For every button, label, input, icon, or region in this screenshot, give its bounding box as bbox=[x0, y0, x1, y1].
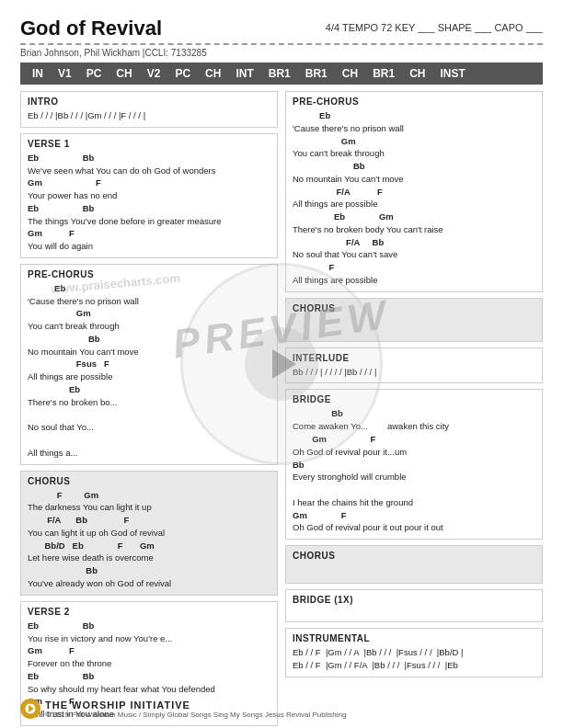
verse1-section: VERSE 1 Eb Bb We've seen what You can do… bbox=[20, 133, 278, 258]
pc-l6: No mountain You can't move bbox=[28, 346, 270, 358]
ch-l4: You can light it up oh God of revival bbox=[28, 527, 270, 540]
v2-l2: You rise in victory and now You're e... bbox=[28, 632, 270, 645]
interlude-title: INTERLUDE bbox=[293, 353, 535, 363]
chorus3-title: CHORUS bbox=[293, 551, 535, 561]
chorus-right-title: CHORUS bbox=[293, 303, 535, 313]
pc-l4: You can't break through bbox=[28, 320, 270, 333]
nav-item-pc1[interactable]: PC bbox=[79, 65, 109, 82]
pre-chorus-left-section: PRE-CHORUS Eb 'Cause there's no prison w… bbox=[20, 264, 278, 465]
chorus-left-title: CHORUS bbox=[28, 476, 270, 486]
worship-initiative-icon bbox=[20, 699, 40, 719]
pcr-l6: No mountain You can't move bbox=[293, 173, 535, 186]
pcr-l7: F/A F bbox=[293, 186, 535, 199]
v1-line2: We've seen what You can do oh God of won… bbox=[28, 165, 270, 177]
pc-l9: Eb bbox=[28, 383, 270, 396]
footer-logo: THE WORSHIP INITIATIVE © 2019 Phil Wickh… bbox=[20, 699, 346, 719]
pcr-l14: All things are possible bbox=[293, 274, 535, 287]
intro-content: Eb / / / |Bb / / / |Gm / / / |F / / / | bbox=[28, 109, 270, 122]
nav-item-ch3[interactable]: CH bbox=[335, 65, 365, 82]
inst-l2: Eb / / F |Gm / / F/A |Bb / / / |Fsus / /… bbox=[293, 659, 535, 672]
verse1-content: Eb Bb We've seen what You can do oh God … bbox=[28, 152, 270, 253]
pcr-l13: F bbox=[293, 261, 535, 274]
ch-l2: The darkness You can light it up bbox=[28, 501, 270, 514]
ch-l5: Bb/D Eb F Gm bbox=[28, 540, 270, 552]
pcr-l2: 'Cause there's no prison wall bbox=[293, 122, 535, 135]
chorus-right-section: CHORUS bbox=[285, 298, 543, 342]
intro-section: INTRO Eb / / / |Bb / / / |Gm / / / |F / … bbox=[20, 91, 278, 128]
pc-l1: Eb bbox=[28, 282, 270, 295]
copyright-text: © 2019 Phil Wickham Music / Simply Globa… bbox=[45, 711, 346, 719]
pc-l7: Fsus F bbox=[28, 358, 270, 370]
inst-l1: Eb / / F |Gm / / A |Bb / / / |Fsus / / /… bbox=[293, 646, 535, 659]
nav-item-br1b[interactable]: BR1 bbox=[298, 65, 335, 82]
v2-l3: Gm F bbox=[28, 644, 270, 657]
bridge-content: Bb Come awaken Yo... awaken this city Gm… bbox=[293, 407, 535, 534]
v1-line8: You will do again bbox=[28, 240, 270, 253]
v1-line7: Gm F bbox=[28, 227, 270, 240]
nav-item-br1c[interactable]: BR1 bbox=[365, 65, 402, 82]
chorus-right-content bbox=[293, 316, 535, 336]
ch-l8: You've already won oh God of revival bbox=[28, 577, 270, 590]
bridge2-section: BRIDGE (1X) bbox=[285, 589, 543, 622]
ch-l1: F Gm bbox=[28, 489, 270, 502]
nav-item-br1a[interactable]: BR1 bbox=[261, 65, 298, 82]
br-l1: Bb bbox=[293, 407, 535, 420]
chorus-left-content: F Gm The darkness You can light it up F/… bbox=[28, 489, 270, 590]
pc-l10: There's no broken bo... bbox=[28, 396, 270, 409]
credits: Brian Johnson, Phil Wickham |CCLI: 71332… bbox=[20, 48, 543, 58]
interlude-content: Bb / / / | / / / / |Bb / / / | bbox=[293, 366, 535, 379]
instrumental-content: Eb / / F |Gm / / A |Bb / / / |Fsus / / /… bbox=[293, 646, 535, 672]
nav-item-int[interactable]: INT bbox=[228, 65, 260, 82]
nav-item-pc2[interactable]: PC bbox=[167, 65, 198, 82]
v1-line3: Gm F bbox=[28, 176, 270, 189]
verse2-title: VERSE 2 bbox=[28, 607, 270, 617]
br-l7 bbox=[293, 483, 535, 496]
br-l9: Gm F bbox=[293, 509, 535, 522]
intro-title: INTRO bbox=[28, 97, 270, 107]
chorus3-content bbox=[293, 563, 535, 578]
title-row: God of Revival 4/4 TEMPO 72 KEY ___ SHAP… bbox=[20, 17, 543, 40]
nav-item-v2[interactable]: V2 bbox=[140, 65, 168, 82]
pc-l8: All things are possible bbox=[28, 370, 270, 383]
right-column: PRE-CHORUS Eb 'Cause there's no prison w… bbox=[285, 91, 543, 728]
pc-l5: Bb bbox=[28, 333, 270, 346]
pre-chorus-left-content: Eb 'Cause there's no prison wall Gm You … bbox=[28, 282, 270, 460]
nav-item-ch2[interactable]: CH bbox=[198, 65, 228, 82]
pcr-l1: Eb bbox=[293, 109, 535, 122]
pc-l2: 'Cause there's no prison wall bbox=[28, 295, 270, 308]
v1-line1: Eb Bb bbox=[28, 152, 270, 165]
nav-item-in[interactable]: IN bbox=[25, 65, 51, 82]
pre-chorus-left-title: PRE-CHORUS bbox=[28, 269, 270, 279]
pcr-l9: Eb Gm bbox=[293, 210, 535, 223]
bridge-title: BRIDGE bbox=[293, 394, 535, 404]
nav-item-v1[interactable]: V1 bbox=[51, 65, 79, 82]
br-l8: I hear the chains hit the ground bbox=[293, 496, 535, 509]
logo-svg bbox=[24, 702, 37, 715]
nav-item-inst[interactable]: INST bbox=[432, 65, 472, 82]
v2-l5: Eb Bb bbox=[28, 670, 270, 683]
org-name: THE WORSHIP INITIATIVE bbox=[45, 700, 346, 711]
footer: THE WORSHIP INITIATIVE © 2019 Phil Wickh… bbox=[20, 699, 543, 719]
br-l5: Bb bbox=[293, 459, 535, 472]
nav-item-ch4[interactable]: CH bbox=[402, 65, 432, 82]
song-meta: 4/4 TEMPO 72 KEY ___ SHAPE ___ CAPO ___ bbox=[326, 22, 543, 33]
v1-line5: Eb Bb bbox=[28, 202, 270, 215]
page: God of Revival 4/4 TEMPO 72 KEY ___ SHAP… bbox=[0, 0, 563, 728]
pc-l13 bbox=[28, 434, 270, 447]
ch-l3: F/A Bb F bbox=[28, 514, 270, 527]
interlude-section: INTERLUDE Bb / / / | / / / / |Bb / / / | bbox=[285, 347, 543, 384]
instrumental-title: INSTRUMENTAL bbox=[293, 633, 535, 643]
nav-item-ch1[interactable]: CH bbox=[109, 65, 139, 82]
bridge2-content bbox=[293, 608, 535, 617]
br-l4: Oh God of revival pour it...um bbox=[293, 446, 535, 459]
left-column: INTRO Eb / / / |Bb / / / |Gm / / / |F / … bbox=[20, 91, 278, 728]
pre-chorus-right-title: PRE-CHORUS bbox=[293, 97, 535, 107]
br-l6: Every stronghold will crumble bbox=[293, 471, 535, 483]
main-columns: INTRO Eb / / / |Bb / / / |Gm / / / |F / … bbox=[20, 91, 543, 728]
bridge2-title: BRIDGE (1X) bbox=[293, 595, 535, 605]
instrumental-section: INSTRUMENTAL Eb / / F |Gm / / A |Bb / / … bbox=[285, 628, 543, 677]
v2-l1: Eb Bb bbox=[28, 620, 270, 632]
pcr-l8: All things are possible bbox=[293, 198, 535, 210]
pc-l3: Gm bbox=[28, 307, 270, 320]
br-l10: Oh God of revival pour it out pour it ou… bbox=[293, 521, 535, 534]
